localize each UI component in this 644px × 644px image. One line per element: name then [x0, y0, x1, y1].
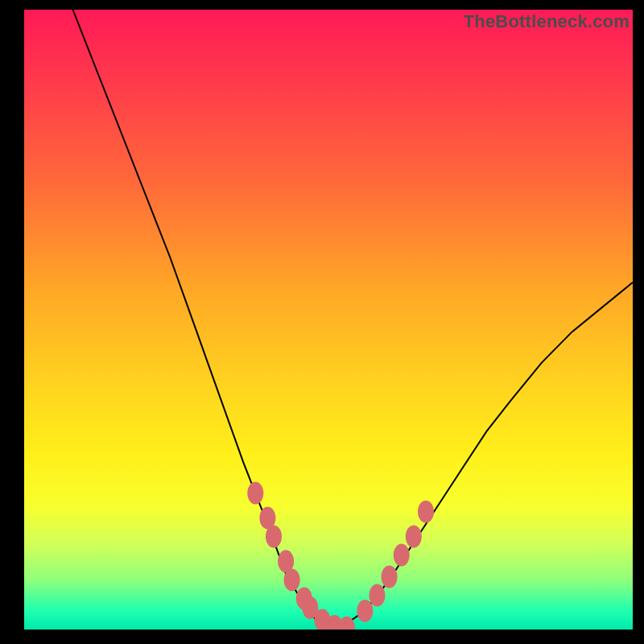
highlight-dot — [247, 482, 263, 505]
highlight-dot — [266, 526, 282, 548]
highlight-dot — [369, 584, 386, 607]
plot-area — [24, 10, 633, 630]
highlight-dot — [418, 501, 434, 523]
highlight-dot — [406, 526, 422, 548]
curve-left-branch — [73, 10, 329, 628]
highlight-dot — [339, 617, 355, 630]
curve-layer — [24, 10, 633, 630]
outer-frame: TheBottleneck.com — [0, 0, 644, 644]
watermark-text: TheBottleneck.com — [464, 11, 630, 32]
curve-right-branch — [328, 283, 633, 628]
highlight-dot — [382, 566, 398, 588]
highlight-dot — [394, 544, 410, 567]
highlight-dot — [357, 600, 373, 622]
highlight-dots-left — [247, 482, 354, 630]
highlight-dot — [284, 568, 300, 591]
highlight-dots-right — [357, 501, 434, 622]
